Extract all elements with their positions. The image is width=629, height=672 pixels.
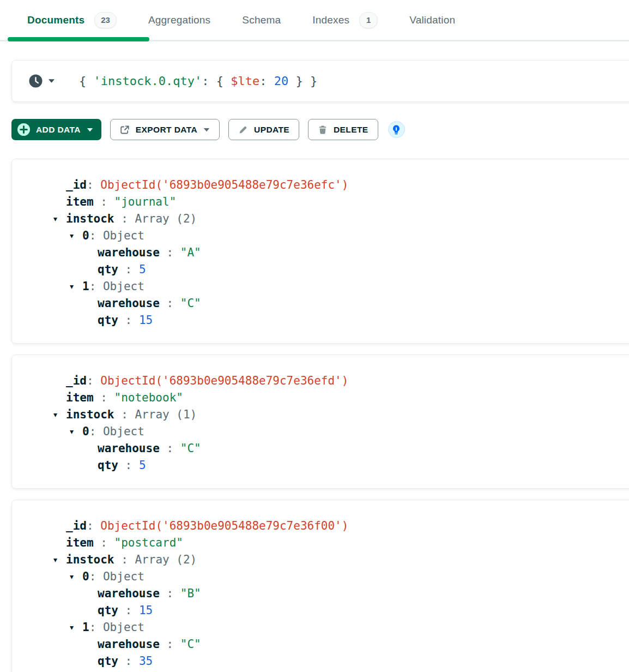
trash-icon — [318, 125, 328, 135]
field-value-string: "B" — [180, 587, 201, 600]
query-history-button[interactable] — [28, 74, 55, 88]
field-separator: : — [94, 195, 114, 208]
export-icon — [120, 125, 130, 135]
field-separator: : — [94, 536, 114, 549]
document-field-row: warehouse : "B" — [12, 585, 629, 602]
tab-indexes[interactable]: Indexes 1 — [312, 12, 378, 28]
field-separator: : — [160, 442, 180, 455]
field-key: warehouse — [98, 442, 160, 455]
add-data-label: ADD DATA — [36, 125, 81, 135]
document-field-row: warehouse : "A" — [12, 244, 629, 261]
field-separator: : — [94, 391, 114, 404]
document-field-row: ▾instock : Array (2) — [12, 211, 629, 227]
document-card[interactable]: _id: ObjectId('6893b0e905488e79c7e36efc'… — [11, 159, 629, 344]
field-separator: : — [87, 178, 100, 191]
field-key: item — [66, 391, 94, 404]
document-field-row: warehouse : "C" — [12, 636, 629, 653]
field-separator: : — [89, 229, 103, 242]
insights-bulb-button[interactable] — [388, 121, 405, 138]
field-value-meta: Object — [103, 425, 144, 438]
query-bar[interactable]: { 'instock.0.qty': { $lte: 20 } } — [11, 60, 629, 102]
document-card[interactable]: _id: ObjectId('6893b0e905488e79c7e36f00'… — [11, 500, 629, 672]
field-key: 1 — [82, 280, 89, 293]
field-value-string: "journal" — [114, 195, 177, 208]
tab-documents-label: Documents — [27, 14, 84, 26]
delete-button[interactable]: DELETE — [308, 119, 378, 140]
field-value-number: 5 — [139, 459, 146, 472]
documents-count-badge: 23 — [94, 12, 117, 28]
chevron-down-icon — [87, 128, 93, 132]
document-card[interactable]: _id: ObjectId('6893b0e905488e79c7e36efd'… — [11, 355, 629, 489]
field-key: instock — [66, 212, 114, 225]
field-key: warehouse — [98, 297, 160, 310]
tab-aggregations-label: Aggregations — [148, 14, 210, 26]
field-separator: : — [87, 374, 100, 387]
field-separator: : — [89, 425, 103, 438]
plus-circle-icon — [17, 123, 30, 136]
field-key: qty — [98, 314, 118, 327]
document-field-row: _id: ObjectId('6893b0e905488e79c7e36f00'… — [12, 518, 629, 535]
collapse-caret-icon[interactable]: ▾ — [53, 551, 66, 568]
field-separator: : — [118, 314, 139, 327]
collection-tab-bar: Documents 23 Aggregations Schema Indexes… — [0, 0, 629, 41]
field-value-string: "C" — [180, 297, 201, 310]
query-token: : — [202, 74, 216, 88]
field-separator: : — [160, 246, 180, 259]
collapse-caret-icon[interactable]: ▾ — [70, 619, 82, 636]
collapse-caret-icon[interactable]: ▾ — [53, 406, 66, 423]
query-token-operator: $lte — [231, 74, 259, 88]
field-value-number: 15 — [139, 314, 153, 327]
document-field-row: warehouse : "C" — [12, 295, 629, 312]
field-value-number: 15 — [139, 604, 153, 617]
query-token: { — [79, 74, 94, 88]
add-data-button[interactable]: ADD DATA — [11, 119, 101, 140]
collapse-caret-icon[interactable]: ▾ — [70, 278, 82, 295]
field-key: _id — [66, 374, 87, 387]
field-separator: : — [87, 519, 100, 532]
field-value-objectid: ObjectId('6893b0e905488e79c7e36f00') — [100, 519, 348, 532]
delete-label: DELETE — [334, 125, 368, 135]
query-filter-input[interactable]: { 'instock.0.qty': { $lte: 20 } } — [79, 74, 317, 88]
field-separator: : — [160, 638, 180, 651]
export-data-button[interactable]: EXPORT DATA — [110, 119, 220, 140]
field-key: instock — [66, 553, 114, 566]
tab-schema-label: Schema — [242, 14, 281, 26]
field-value-meta: Array (2) — [135, 212, 197, 225]
document-field-row: ▾0: Object — [12, 568, 629, 585]
tab-schema[interactable]: Schema — [242, 14, 281, 26]
tab-validation[interactable]: Validation — [409, 14, 455, 26]
collapse-caret-icon[interactable]: ▾ — [70, 568, 82, 585]
field-value-meta: Object — [103, 621, 144, 634]
field-key: instock — [66, 408, 114, 421]
document-field-row: qty : 5 — [12, 457, 629, 474]
field-key: warehouse — [98, 246, 160, 259]
query-token: : — [259, 74, 274, 88]
field-value-number: 5 — [139, 263, 146, 276]
tab-indexes-label: Indexes — [312, 14, 349, 26]
field-key: warehouse — [98, 638, 160, 651]
field-key: _id — [66, 519, 87, 532]
document-field-row: ▾1: Object — [12, 619, 629, 636]
document-field-row: warehouse : "C" — [12, 440, 629, 457]
collapse-caret-icon[interactable]: ▾ — [70, 423, 82, 440]
field-key: qty — [98, 604, 118, 617]
query-token: { — [216, 74, 231, 88]
tab-documents[interactable]: Documents 23 — [27, 12, 117, 28]
document-field-row: qty : 15 — [12, 602, 629, 619]
document-field-row: ▾instock : Array (2) — [12, 551, 629, 568]
field-separator: : — [114, 553, 135, 566]
collapse-caret-icon[interactable]: ▾ — [53, 211, 66, 227]
document-field-row: ▾1: Object — [12, 278, 629, 295]
document-field-row: qty : 35 — [12, 653, 629, 670]
field-separator: : — [160, 587, 180, 600]
field-value-number: 35 — [139, 655, 153, 668]
tab-aggregations[interactable]: Aggregations — [148, 14, 210, 26]
field-separator: : — [114, 212, 135, 225]
field-key: qty — [98, 459, 118, 472]
collapse-caret-icon[interactable]: ▾ — [70, 227, 82, 244]
query-token-field: 'instock.0.qty' — [94, 74, 202, 88]
query-token: } } — [288, 74, 317, 88]
field-separator: : — [118, 459, 139, 472]
update-button[interactable]: UPDATE — [228, 119, 299, 140]
field-value-string: "notebook" — [114, 391, 183, 404]
